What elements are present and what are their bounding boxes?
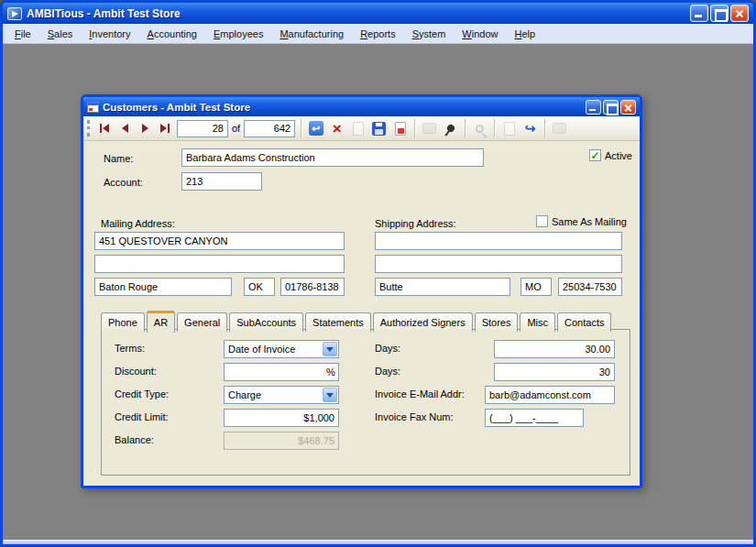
- app-icon: [7, 7, 22, 20]
- terms-label: Terms:: [115, 343, 145, 354]
- record-position-input[interactable]: [177, 120, 228, 137]
- menu-manufacturing[interactable]: Manufacturing: [271, 25, 352, 43]
- menu-system[interactable]: System: [404, 25, 455, 43]
- menu-help[interactable]: Help: [506, 25, 543, 43]
- credit-limit-input[interactable]: [224, 409, 339, 427]
- tab-phone[interactable]: Phone: [101, 312, 145, 332]
- mailing-address-label: Mailing Address:: [101, 218, 175, 229]
- credit-type-combobox[interactable]: Charge: [224, 386, 339, 404]
- report-icon[interactable]: [499, 119, 519, 138]
- menu-inventory[interactable]: Inventory: [81, 25, 138, 43]
- pushpin-icon[interactable]: [441, 119, 460, 138]
- same-as-mailing-label: Same As Mailing: [552, 216, 627, 227]
- shipping-address-label: Shipping Address:: [375, 218, 456, 229]
- discount-label: Discount:: [115, 366, 157, 377]
- mailing-address-line2-input[interactable]: [94, 255, 345, 273]
- menu-reports[interactable]: Reports: [352, 25, 404, 43]
- mdi-workspace: Customers - Ambit Test Store of ↩ ×: [3, 44, 753, 544]
- customers-window: Customers - Ambit Test Store of ↩ ×: [81, 94, 642, 488]
- customers-close-icon[interactable]: [620, 100, 636, 115]
- close-icon[interactable]: [730, 5, 749, 22]
- ar-tab-panel: Terms: Date of Invoice Discount: % Credi…: [101, 329, 630, 476]
- menu-window[interactable]: Window: [454, 25, 506, 43]
- toolbar-separator: [544, 119, 545, 137]
- customers-window-title: Customers - Ambit Test Store: [103, 102, 586, 113]
- chevron-down-icon[interactable]: [323, 388, 337, 402]
- shipping-address-line1-input[interactable]: [375, 232, 622, 250]
- mailing-city-input[interactable]: [94, 278, 232, 296]
- last-record-icon[interactable]: [155, 119, 175, 137]
- shipping-state-input[interactable]: [520, 278, 552, 296]
- discount-percent-suffix: %: [326, 366, 335, 377]
- mailing-state-input[interactable]: [244, 278, 275, 296]
- shipping-city-input[interactable]: [375, 278, 510, 296]
- bottom-strip: [3, 540, 753, 544]
- days-terms-label: Days:: [375, 343, 400, 354]
- shipping-address-line2-input[interactable]: [375, 255, 622, 273]
- save-icon[interactable]: [369, 119, 389, 138]
- new-record-icon[interactable]: [348, 119, 367, 138]
- chevron-down-icon[interactable]: [323, 342, 337, 356]
- first-record-icon[interactable]: [94, 119, 115, 137]
- menu-accounting[interactable]: Accounting: [139, 25, 205, 43]
- customers-minimize-icon[interactable]: [586, 100, 601, 115]
- invoice-email-input[interactable]: [485, 386, 615, 404]
- void-record-icon[interactable]: [390, 119, 410, 138]
- attachment-icon[interactable]: [550, 119, 569, 138]
- days-terms-input[interactable]: [494, 340, 615, 358]
- refresh-icon[interactable]: ↩: [306, 119, 325, 138]
- shipping-zip-input[interactable]: [558, 278, 622, 296]
- active-label: Active: [605, 150, 632, 161]
- tab-ar[interactable]: AR: [147, 311, 175, 333]
- discount-input[interactable]: [224, 363, 339, 381]
- tab-general[interactable]: General: [177, 312, 227, 332]
- tab-contacts[interactable]: Contacts: [557, 312, 611, 332]
- credit-type-label: Credit Type:: [115, 388, 169, 399]
- tab-authorized-signers[interactable]: Authorized Signers: [373, 312, 473, 332]
- menu-file[interactable]: File: [6, 25, 39, 43]
- credit-limit-label: Credit Limit:: [115, 411, 169, 422]
- account-label: Account:: [104, 177, 143, 188]
- menu-employees[interactable]: Employees: [205, 25, 271, 43]
- checkbox-unchecked-icon: [536, 215, 548, 227]
- toolbar-separator: [301, 119, 301, 137]
- same-as-mailing-checkbox[interactable]: Same As Mailing: [536, 215, 627, 227]
- toolbar-grip[interactable]: [87, 120, 91, 137]
- balance-input: [224, 432, 339, 450]
- maximize-icon[interactable]: [710, 5, 729, 22]
- days-discount-input[interactable]: [494, 363, 615, 381]
- invoice-fax-input[interactable]: [485, 409, 584, 427]
- main-window-title: AMBITious - Ambit Test Store: [27, 7, 690, 20]
- account-input[interactable]: [181, 172, 262, 191]
- toolbar-separator: [465, 119, 466, 137]
- tab-stores[interactable]: Stores: [475, 312, 519, 332]
- delete-icon[interactable]: ×: [327, 119, 346, 138]
- active-checkbox[interactable]: ✓ Active: [589, 149, 632, 161]
- customers-form: Name: ✓ Active Account: Mailing Address:…: [83, 141, 640, 486]
- print-icon[interactable]: [420, 119, 439, 138]
- main-window: AMBITious - Ambit Test Store File Sales …: [0, 0, 756, 547]
- tab-subaccounts[interactable]: SubAccounts: [229, 312, 303, 332]
- menu-sales[interactable]: Sales: [39, 25, 82, 43]
- minimize-icon[interactable]: [690, 5, 708, 22]
- mailing-zip-input[interactable]: [280, 278, 345, 296]
- name-label: Name:: [104, 153, 133, 164]
- checkbox-checked-icon: ✓: [589, 149, 601, 161]
- goto-icon[interactable]: ↪: [520, 119, 540, 138]
- tab-statements[interactable]: Statements: [305, 312, 371, 332]
- next-record-icon[interactable]: [135, 119, 155, 137]
- mailing-address-line1-input[interactable]: [94, 232, 345, 250]
- name-input[interactable]: [181, 148, 484, 167]
- menubar: File Sales Inventory Accounting Employee…: [3, 24, 753, 44]
- credit-type-value: Charge: [228, 389, 261, 400]
- record-total-input[interactable]: [244, 120, 295, 137]
- terms-value: Date of Invoice: [228, 344, 295, 355]
- previous-record-icon[interactable]: [115, 119, 135, 137]
- invoice-fax-label: Invoice Fax Num:: [375, 411, 454, 422]
- tab-misc[interactable]: Misc: [520, 312, 555, 332]
- record-toolbar: of ↩ × ↪: [83, 116, 640, 141]
- record-of-label: of: [232, 123, 240, 134]
- customers-maximize-icon[interactable]: [603, 100, 619, 115]
- terms-combobox[interactable]: Date of Invoice: [224, 340, 339, 358]
- search-icon[interactable]: [470, 119, 489, 138]
